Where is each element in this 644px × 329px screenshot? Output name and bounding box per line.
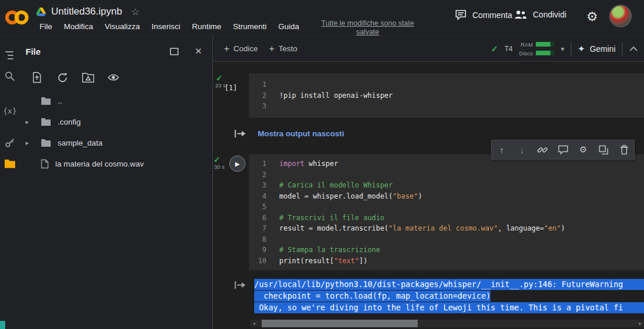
runtime-dropdown-caret-icon[interactable]: ▾ — [561, 45, 564, 53]
cell-settings-button[interactable]: ⚙ — [573, 140, 593, 160]
connected-check-icon: ✓ — [491, 44, 499, 54]
move-cell-up-button[interactable]: ↑ — [492, 140, 512, 160]
code-line: 3# Carica il modello Whisper — [249, 180, 644, 191]
cell1-code-editor[interactable]: 12!pip install openai-whisper3 — [249, 73, 644, 118]
cell1-success-check-icon: ✓ — [216, 73, 223, 83]
comment-button[interactable]: Commenta — [455, 9, 512, 20]
delete-cell-button[interactable] — [614, 140, 634, 160]
add-code-label: Codice — [233, 44, 258, 53]
toolbar-right-cluster: ✓ T4 RAM Disco ▾ ✦ Gemini — [491, 41, 638, 56]
file-panel-title: File — [26, 47, 41, 56]
gemini-button[interactable]: ✦ Gemini — [578, 44, 615, 54]
plus-icon: + — [269, 44, 274, 54]
scroll-right-icon[interactable]: ▸ — [636, 321, 644, 326]
add-text-label: Testo — [279, 44, 297, 53]
file-icon — [41, 159, 49, 169]
cell1-exec-count[interactable]: [1] — [225, 84, 237, 92]
mount-drive-icon — [82, 72, 94, 83]
chevron-up-icon — [629, 46, 638, 52]
scroll-left-icon[interactable]: ◂ — [250, 321, 258, 326]
code-line: 4model = whisper.load_model("base") — [249, 191, 644, 202]
settings-gear-icon[interactable]: ⚙ — [586, 7, 598, 27]
output-line: /usr/local/lib/python3.10/dist-packages/… — [254, 279, 644, 290]
output-toggle-icon — [234, 280, 247, 290]
folder-icon — [41, 118, 51, 126]
user-avatar[interactable] — [609, 5, 632, 27]
menu-guida[interactable]: Guida — [272, 20, 305, 33]
code-line: 7result = model.transcribe("la materia d… — [249, 223, 644, 234]
show-hidden-output-link[interactable]: Mostra output nascosti — [258, 129, 344, 138]
arrow-up-icon: ↑ — [500, 145, 504, 155]
header: Untitled36.ipynb ☆ File Modifica Visuali… — [0, 0, 644, 36]
sidebar-rail-toc[interactable] — [2, 48, 17, 62]
tree-item-label: sample_data — [58, 139, 102, 147]
title-row: Untitled36.ipynb ☆ — [36, 4, 140, 19]
gear-icon: ⚙ — [579, 144, 587, 155]
code-line: 5 — [249, 201, 644, 213]
code-line: 8 — [249, 234, 644, 245]
menu-strumenti[interactable]: Strumenti — [227, 20, 272, 33]
cell2-code-editor[interactable]: 1import whisper23# Carica il modello Whi… — [249, 154, 644, 270]
add-comment-button[interactable] — [553, 140, 573, 160]
maximize-icon — [170, 48, 179, 55]
save-status-link[interactable]: Tutte le modifiche sono state salvate — [316, 19, 419, 37]
tree-item-sample-data[interactable]: ▸ sample_data — [0, 132, 212, 153]
tree-item-config[interactable]: ▸ .config — [0, 111, 212, 132]
scrollbar-thumb[interactable] — [262, 320, 418, 327]
ram-gauge — [536, 42, 554, 47]
chevron-right-icon[interactable]: ▸ — [26, 139, 41, 147]
tree-item-parent-dir[interactable]: .. — [0, 90, 212, 111]
comment-icon — [455, 9, 467, 20]
code-line: 9# Stampa la trascrizione — [249, 245, 644, 256]
toggle-output-button[interactable] — [234, 280, 247, 290]
folder-icon — [41, 97, 51, 105]
menu-file[interactable]: File — [34, 20, 58, 33]
resource-gauges[interactable]: RAM Disco — [519, 41, 554, 56]
code-line: 1import whisper — [249, 158, 644, 169]
colab-logo-icon[interactable] — [5, 9, 29, 26]
upload-file-button[interactable] — [29, 70, 44, 85]
expand-panel-button[interactable] — [168, 45, 180, 58]
share-button[interactable]: Condividi — [514, 9, 567, 19]
show-hidden-output-button[interactable] — [234, 129, 247, 139]
search-icon — [5, 71, 15, 82]
drive-icon — [36, 8, 46, 16]
notebook-main: + Codice + Testo ✓ T4 RAM Disco — [213, 36, 644, 329]
menu-modifica[interactable]: Modifica — [58, 20, 99, 33]
code-line: 2 — [249, 169, 644, 181]
close-panel-button[interactable]: ✕ — [192, 45, 205, 58]
status-corner — [0, 321, 5, 329]
code-line: 1 — [249, 79, 644, 90]
menu-runtime[interactable]: Runtime — [186, 20, 227, 33]
notebook-toolbar: + Codice + Testo ✓ T4 RAM Disco — [213, 36, 644, 62]
add-text-button[interactable]: + Testo — [269, 44, 297, 54]
run-cell-button[interactable]: ▶ — [229, 155, 245, 172]
chevron-right-icon[interactable]: ▸ — [26, 118, 41, 126]
menu-inserisci[interactable]: Inserisci — [146, 20, 187, 33]
tree-item-audio-file[interactable]: la materia del cosmo.wav — [0, 153, 212, 174]
link-icon — [537, 144, 548, 155]
ram-label: RAM — [521, 41, 533, 48]
notebook-title[interactable]: Untitled36.ipynb — [51, 6, 122, 17]
refresh-icon — [57, 72, 68, 83]
mount-drive-button[interactable] — [80, 70, 95, 85]
add-code-button[interactable]: + Codice — [224, 44, 258, 54]
toggle-hidden-files-button[interactable] — [106, 70, 121, 85]
move-cell-down-button[interactable]: ↓ — [512, 140, 532, 160]
horizontal-scrollbar[interactable]: ◂ ▸ — [250, 320, 644, 327]
divider — [622, 42, 622, 56]
copy-icon — [599, 145, 609, 155]
cell2-success-check-icon: ✓ — [214, 155, 220, 164]
refresh-files-button[interactable] — [55, 70, 70, 85]
runtime-type-badge: T4 — [504, 45, 513, 53]
menu-visualizza[interactable]: Visualizza — [99, 20, 146, 33]
menu-bar: File Modifica Visualizza Inserisci Runti… — [34, 20, 305, 33]
table-of-contents-icon — [5, 51, 15, 59]
sidebar-rail-search[interactable] — [2, 69, 17, 83]
star-icon[interactable]: ☆ — [131, 6, 140, 18]
collapse-toolbar-button[interactable] — [629, 46, 638, 52]
mirror-cell-button[interactable] — [593, 140, 614, 160]
link-to-cell-button[interactable] — [532, 140, 553, 160]
colab-app: Untitled36.ipynb ☆ File Modifica Visuali… — [0, 0, 644, 329]
left-sidebar: {x} File ✕ — [0, 36, 213, 329]
